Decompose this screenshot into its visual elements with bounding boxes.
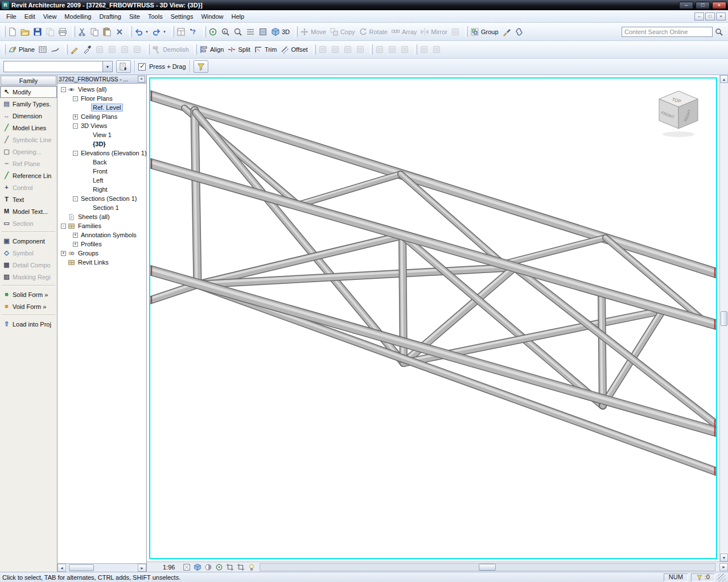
rotate-button[interactable]: Rotate: [357, 26, 389, 38]
collapse-box-icon[interactable]: -: [73, 96, 78, 101]
scroll-right-arrow[interactable]: ►: [138, 564, 146, 572]
selection-filter[interactable]: :0: [691, 573, 715, 581]
tree-item-front[interactable]: Front: [57, 167, 146, 176]
delete-button[interactable]: [114, 26, 125, 38]
type-selector[interactable]: ▼: [3, 61, 113, 72]
thin-lines-button[interactable]: [245, 26, 256, 38]
tree-item-3d-views[interactable]: -3D Views: [57, 121, 146, 130]
mdi-close-button[interactable]: ×: [716, 13, 726, 20]
horizontal-scrollbar[interactable]: [260, 563, 715, 571]
tree-item-back[interactable]: Back: [57, 158, 146, 167]
truss-3d[interactable]: [150, 79, 716, 558]
paste-button[interactable]: [101, 26, 113, 38]
browser-close-button[interactable]: ×: [138, 76, 145, 82]
collapse-box-icon[interactable]: -: [61, 87, 66, 92]
temporary-hide-button[interactable]: [248, 563, 256, 571]
search-input[interactable]: [622, 27, 713, 37]
render-button[interactable]: [215, 563, 223, 571]
design-bar-item-solid-form[interactable]: ■Solid Form »: [0, 288, 57, 300]
minimize-button[interactable]: –: [679, 2, 693, 9]
wall-joins-button[interactable]: [317, 44, 328, 55]
copy-tool-button[interactable]: Copy: [328, 26, 356, 38]
join-geometry-button[interactable]: [131, 44, 143, 55]
align-button[interactable]: Align: [198, 44, 225, 55]
press-drag-checkbox[interactable]: [138, 63, 146, 71]
tree-item-profiles[interactable]: +Profiles: [57, 240, 146, 249]
browser-hscrollbar[interactable]: ◄ ►: [57, 563, 146, 572]
spot-elevation-button[interactable]: [431, 44, 442, 55]
offset-button[interactable]: Offset: [279, 44, 309, 55]
design-bar-item-component[interactable]: ▣Component: [0, 235, 57, 247]
save-button[interactable]: [32, 26, 43, 38]
collapse-box-icon[interactable]: -: [73, 196, 78, 201]
truss-member[interactable]: [503, 238, 606, 264]
scroll-down-arrow[interactable]: ▼: [720, 554, 728, 562]
open-button[interactable]: [19, 26, 31, 38]
menu-settings[interactable]: Settings: [167, 12, 198, 21]
model-graphics-button[interactable]: [257, 26, 269, 38]
new-document-button[interactable]: [7, 26, 18, 38]
scroll-up-arrow[interactable]: ▲: [720, 75, 728, 83]
menu-window[interactable]: Window: [197, 12, 227, 21]
search-button[interactable]: [714, 27, 723, 36]
tree-item-families[interactable]: -Families: [57, 221, 146, 230]
array-button[interactable]: Array: [390, 26, 418, 38]
group-button[interactable]: Group: [469, 26, 500, 38]
mdi-minimize-button[interactable]: –: [694, 13, 704, 20]
design-bar-item-model-text[interactable]: MModel Text...: [0, 205, 57, 217]
vertical-scrollbar[interactable]: ▲ ▼: [719, 75, 728, 562]
cut-button[interactable]: [76, 26, 88, 38]
design-bar-item-symbol[interactable]: ◇Symbol: [0, 247, 57, 259]
split-button[interactable]: Split: [226, 44, 251, 55]
show-crop-button[interactable]: [237, 563, 245, 571]
view-reference-button[interactable]: [399, 44, 410, 55]
viewcube[interactable]: TOP FRONT RIGHT: [652, 88, 705, 142]
cope-button[interactable]: [106, 44, 118, 55]
dimension-tool-button[interactable]: [418, 44, 430, 55]
scrollbar-thumb[interactable]: [69, 564, 94, 571]
design-bar-item-model-lines[interactable]: ╱Model Lines: [0, 122, 57, 134]
move-button[interactable]: Move: [299, 26, 327, 38]
scroll-left-arrow[interactable]: ◄: [57, 564, 66, 572]
design-bar-item-modify[interactable]: ↖Modify: [0, 86, 57, 98]
chevron-down-icon[interactable]: ▼: [102, 61, 112, 72]
link-button[interactable]: [513, 26, 525, 38]
tree-item-section-1[interactable]: Section 1: [57, 203, 146, 212]
design-bar-item-symbolic-line[interactable]: ╱Symbolic Line: [0, 134, 57, 146]
truss-member[interactable]: [298, 174, 401, 205]
trim-button[interactable]: Trim: [253, 44, 278, 55]
menu-edit[interactable]: Edit: [20, 12, 39, 21]
tree-item--3d[interactable]: {3D}: [57, 139, 146, 148]
expand-box-icon[interactable]: +: [61, 251, 66, 256]
design-bar-item-reference-lin[interactable]: ╱Reference Lin: [0, 170, 57, 181]
tree-item-groups[interactable]: +Groups: [57, 249, 146, 258]
expand-box-icon[interactable]: +: [73, 233, 78, 238]
collapse-box-icon[interactable]: -: [61, 224, 66, 229]
cut-profile-button[interactable]: [342, 44, 353, 55]
tree-item-annotation-symbols[interactable]: +Annotation Symbols: [57, 230, 146, 240]
menu-tools[interactable]: Tools: [144, 12, 167, 21]
model-graphics-style-button[interactable]: [183, 563, 191, 571]
mirror-button[interactable]: Mirror: [419, 26, 449, 38]
menu-modelling[interactable]: Modelling: [60, 12, 95, 21]
dynamic-orbit-button[interactable]: [207, 26, 219, 38]
options-filter-button[interactable]: [194, 60, 208, 73]
design-bar-item-detail-compo[interactable]: ▦Detail Compo: [0, 259, 57, 271]
resize-grip[interactable]: [718, 573, 726, 581]
lines-button[interactable]: [69, 44, 80, 55]
undo-button[interactable]: ▼: [133, 26, 150, 38]
design-bar-item-load-into-proj[interactable]: ⇧Load into Proj: [0, 318, 57, 330]
drawing-area[interactable]: TOP FRONT RIGHT: [147, 75, 719, 562]
view-scale-button[interactable]: 1:96: [163, 564, 175, 571]
cut-geometry-button[interactable]: [119, 44, 130, 55]
tree-item-view-1[interactable]: View 1: [57, 130, 146, 139]
restore-button[interactable]: □: [696, 2, 710, 9]
beam-joins-button[interactable]: [330, 44, 341, 55]
expand-box-icon[interactable]: +: [73, 242, 78, 247]
design-bar-item-ref-plane[interactable]: ┄Ref Plane: [0, 158, 57, 170]
zoom-region-button[interactable]: [232, 26, 244, 38]
plane-grid-button[interactable]: [37, 44, 48, 55]
crop-region-button[interactable]: [226, 563, 234, 571]
collapse-box-icon[interactable]: -: [73, 123, 78, 129]
design-bar-item-section[interactable]: ▭Section: [0, 217, 57, 229]
